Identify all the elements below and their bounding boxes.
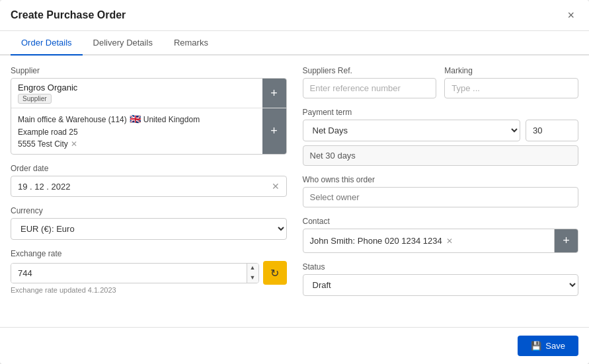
save-label: Save bbox=[545, 341, 565, 351]
supplier-badge: Supplier bbox=[18, 94, 52, 104]
exchange-input-wrap: ▲ ▼ bbox=[11, 263, 259, 283]
supplier-name: Engros Organic bbox=[18, 83, 256, 92]
marking-input[interactable] bbox=[444, 78, 578, 98]
suppliers-ref-label: Suppliers Ref. bbox=[303, 66, 437, 75]
exchange-rate-section: Exchange rate ▲ ▼ ↻ Exchange rate update… bbox=[11, 249, 287, 294]
owner-section: Who owns this order bbox=[303, 175, 579, 207]
right-column: Suppliers Ref. Marking Payment term Net … bbox=[303, 66, 579, 316]
address-city: 5555 Test City bbox=[18, 138, 68, 150]
address-office: Main office & Warehouse (114) bbox=[18, 114, 127, 126]
payment-term-label: Payment term bbox=[303, 108, 579, 117]
exchange-spinner: ▲ ▼ bbox=[247, 264, 258, 283]
supplier-info: Engros Organic Supplier bbox=[11, 79, 262, 108]
contact-value: John Smith: Phone 020 1234 1234 ✕ bbox=[303, 231, 555, 250]
suppliers-ref-section: Suppliers Ref. bbox=[303, 66, 437, 98]
marking-section: Marking bbox=[444, 66, 578, 98]
order-date-field[interactable]: 19 . 12 . 2022 ✕ bbox=[11, 176, 287, 197]
supplier-box: Engros Organic Supplier + Main office & … bbox=[11, 78, 287, 155]
tab-delivery-details[interactable]: Delivery Details bbox=[83, 31, 163, 55]
address-remove-icon[interactable]: ✕ bbox=[71, 138, 77, 150]
supplier-address-row: Main office & Warehouse (114) 🇬🇧 United … bbox=[11, 108, 286, 154]
suppliers-ref-input[interactable] bbox=[303, 78, 437, 98]
owner-label: Who owns this order bbox=[303, 175, 579, 184]
supplier-name-row: Engros Organic Supplier + bbox=[11, 79, 286, 108]
contact-label: Contact bbox=[303, 217, 579, 226]
order-date-value: 19 . 12 . 2022 bbox=[18, 182, 272, 192]
spin-up-button[interactable]: ▲ bbox=[247, 264, 258, 273]
address-line-2: Example road 25 bbox=[18, 126, 256, 138]
currency-label: Currency bbox=[11, 206, 287, 215]
address-line-1: Main office & Warehouse (114) 🇬🇧 United … bbox=[18, 112, 256, 126]
currency-section: Currency EUR (€): Euro bbox=[11, 206, 287, 240]
marking-label: Marking bbox=[444, 66, 578, 75]
tab-remarks[interactable]: Remarks bbox=[163, 31, 219, 55]
payment-days-input[interactable] bbox=[526, 120, 578, 141]
order-date-label: Order date bbox=[11, 164, 287, 173]
refresh-rate-button[interactable]: ↻ bbox=[263, 261, 287, 285]
owner-input[interactable] bbox=[303, 187, 579, 207]
spin-down-button[interactable]: ▼ bbox=[247, 273, 258, 283]
contact-remove-icon[interactable]: ✕ bbox=[446, 237, 453, 246]
payment-term-row: Net Days bbox=[303, 120, 579, 141]
status-label: Status bbox=[303, 262, 579, 272]
create-purchase-order-modal: Create Purchase Order × Order Details De… bbox=[0, 0, 589, 364]
modal-footer: 💾 Save bbox=[0, 327, 589, 364]
exchange-rate-label: Exchange rate bbox=[11, 249, 287, 258]
modal-body: Supplier Engros Organic Supplier + Main … bbox=[0, 55, 589, 327]
supplier-label: Supplier bbox=[11, 66, 287, 75]
exchange-rate-note: Exchange rate updated 4.1.2023 bbox=[11, 286, 287, 294]
exchange-rate-input[interactable] bbox=[11, 264, 247, 283]
contact-section: Contact John Smith: Phone 020 1234 1234 … bbox=[303, 217, 579, 253]
address-country: United Kingdom bbox=[143, 114, 200, 126]
close-button[interactable]: × bbox=[563, 8, 578, 22]
tab-bar: Order Details Delivery Details Remarks bbox=[0, 31, 589, 55]
contact-row: John Smith: Phone 020 1234 1234 ✕ + bbox=[303, 229, 579, 253]
payment-term-select[interactable]: Net Days bbox=[303, 120, 521, 141]
contact-text: John Smith: Phone 020 1234 1234 bbox=[310, 236, 442, 246]
uk-flag-icon: 🇬🇧 bbox=[130, 112, 141, 126]
currency-select[interactable]: EUR (€): Euro bbox=[11, 218, 287, 240]
left-column: Supplier Engros Organic Supplier + Main … bbox=[11, 66, 287, 316]
supplier-address: Main office & Warehouse (114) 🇬🇧 United … bbox=[11, 108, 262, 154]
order-date-section: Order date 19 . 12 . 2022 ✕ bbox=[11, 164, 287, 197]
tab-order-details[interactable]: Order Details bbox=[11, 31, 83, 55]
save-icon: 💾 bbox=[531, 341, 541, 351]
save-button[interactable]: 💾 Save bbox=[518, 336, 578, 356]
status-select[interactable]: Draft bbox=[303, 274, 579, 296]
exchange-rate-wrapper: ▲ ▼ ↻ bbox=[11, 261, 287, 285]
modal-title: Create Purchase Order bbox=[11, 9, 126, 21]
ref-marking-row: Suppliers Ref. Marking bbox=[303, 66, 579, 98]
net-30-display: Net 30 days bbox=[303, 145, 579, 166]
date-clear-icon[interactable]: ✕ bbox=[272, 181, 280, 192]
modal-header: Create Purchase Order × bbox=[0, 0, 589, 31]
supplier-address-add-button[interactable]: + bbox=[262, 108, 286, 154]
contact-add-button[interactable]: + bbox=[554, 229, 578, 252]
payment-term-section: Payment term Net Days Net 30 days bbox=[303, 108, 579, 166]
supplier-add-button[interactable]: + bbox=[262, 79, 286, 108]
supplier-section: Supplier Engros Organic Supplier + Main … bbox=[11, 66, 287, 155]
address-line-3: 5555 Test City ✕ bbox=[18, 138, 256, 150]
status-section: Status Draft bbox=[303, 262, 579, 296]
